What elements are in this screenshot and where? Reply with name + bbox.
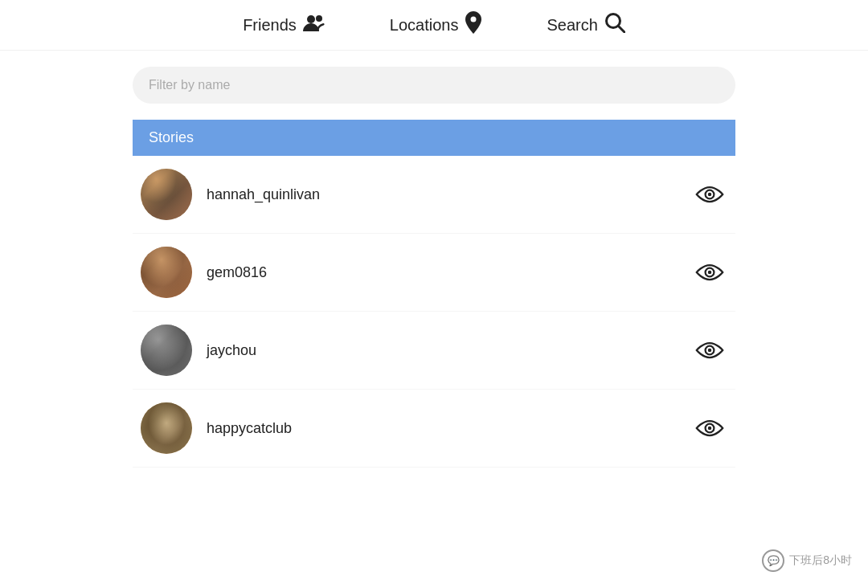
story-item[interactable]: gem0816 — [133, 234, 735, 312]
story-item[interactable]: happycatclub — [133, 390, 735, 468]
story-item[interactable]: jaychou — [133, 312, 735, 390]
username: jaychou — [207, 342, 692, 359]
main-content: Stories hannah_quinlivan gem0816 — [133, 51, 735, 484]
svg-point-12 — [708, 427, 712, 431]
story-list: hannah_quinlivan gem0816 — [133, 156, 735, 468]
watermark: 💬 下班后8小时 — [762, 549, 852, 572]
friends-icon — [303, 14, 326, 36]
svg-point-6 — [708, 193, 712, 197]
view-story-button[interactable] — [692, 333, 727, 368]
top-navigation: Friends Locations Search — [0, 0, 868, 51]
friends-nav-item[interactable]: Friends — [243, 14, 326, 36]
svg-point-2 — [471, 17, 477, 22]
svg-point-0 — [307, 15, 315, 23]
avatar — [141, 169, 192, 220]
location-pin-icon — [465, 11, 482, 39]
filter-input-wrapper — [133, 67, 735, 104]
locations-nav-item[interactable]: Locations — [390, 11, 483, 39]
username: hannah_quinlivan — [207, 186, 692, 203]
friends-label: Friends — [243, 16, 297, 35]
svg-point-1 — [316, 15, 322, 22]
story-item[interactable]: hannah_quinlivan — [133, 156, 735, 234]
avatar — [141, 402, 192, 454]
avatar — [141, 247, 192, 298]
svg-point-8 — [708, 271, 712, 275]
watermark-icon: 💬 — [762, 549, 784, 572]
avatar — [141, 325, 192, 376]
view-story-button[interactable] — [692, 410, 727, 446]
view-story-button[interactable] — [692, 255, 727, 290]
locations-label: Locations — [390, 16, 459, 35]
stories-header: Stories — [133, 120, 735, 156]
stories-header-text: Stories — [149, 129, 194, 145]
filter-input[interactable] — [133, 67, 735, 104]
stories-section: Stories hannah_quinlivan gem0816 — [133, 120, 735, 468]
search-label: Search — [547, 16, 597, 35]
svg-line-4 — [618, 27, 624, 33]
username: happycatclub — [207, 420, 692, 437]
search-icon — [604, 12, 625, 38]
username: gem0816 — [207, 264, 692, 281]
svg-point-10 — [708, 349, 712, 353]
watermark-text: 下班后8小时 — [789, 553, 852, 568]
search-nav-item[interactable]: Search — [547, 12, 624, 38]
view-story-button[interactable] — [692, 177, 727, 212]
